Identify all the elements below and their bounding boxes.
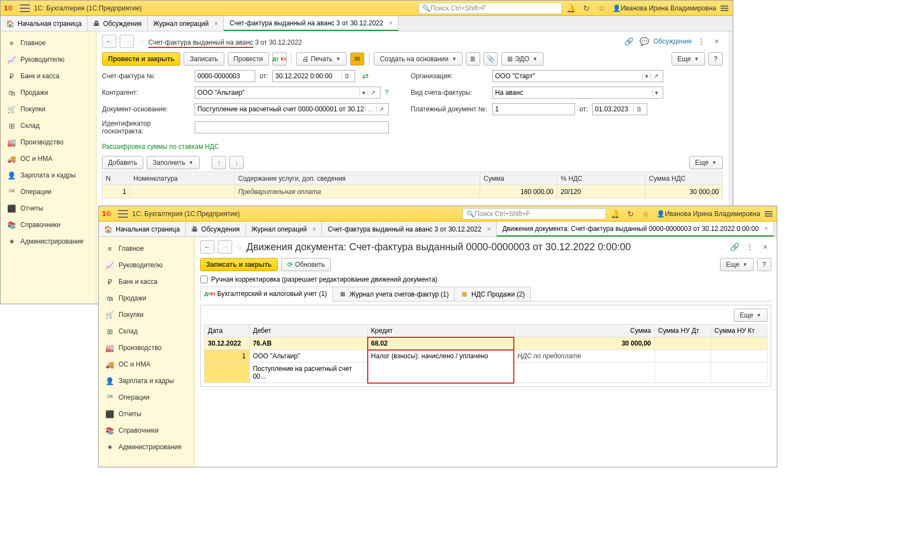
input-date[interactable]: 30.12.2022 0:00:00🗓 xyxy=(272,70,355,82)
input-org[interactable]: ООО "Старт"▾↗ xyxy=(492,70,663,82)
user-chip[interactable]: 👤 Иванова Ирина Владимировна xyxy=(613,4,716,12)
sidebar-item-9[interactable]: ᴰᴷОперации xyxy=(1,184,96,200)
dropdown-icon[interactable]: ▾ xyxy=(652,89,660,96)
search-input[interactable]: 🔍 Поиск Ctrl+Shift+F xyxy=(463,208,606,219)
tab-discuss[interactable]: 🖶 Обсуждения xyxy=(88,16,148,31)
ledger-row-header[interactable]: 30.12.2022 76.АВ 68.02 30 000,00 xyxy=(205,337,767,350)
col-rate[interactable]: % НДС xyxy=(557,172,646,185)
sidebar-item-6[interactable]: 🏭Производство xyxy=(99,340,194,356)
sidebar-item-2[interactable]: ₽Банк и касса xyxy=(1,68,96,84)
open-icon[interactable]: ↗ xyxy=(651,73,660,80)
more-button[interactable]: Еще▼ xyxy=(671,52,705,66)
open-icon[interactable]: ↗ xyxy=(368,89,378,96)
ledger-more-button[interactable]: Еще▼ xyxy=(734,309,767,322)
dropdown-icon[interactable]: ▾ xyxy=(642,73,651,80)
panel-toggle-icon[interactable] xyxy=(719,3,729,13)
input-paydate[interactable]: 01.03.2023🗓 xyxy=(592,103,647,115)
history-icon[interactable]: ↻ xyxy=(581,2,593,14)
link-icon[interactable]: 🔗 xyxy=(622,35,635,47)
tab-discuss[interactable]: 🖶 Обсуждения xyxy=(186,222,246,236)
sidebar-item-10[interactable]: ⬛Отчеты xyxy=(99,406,194,422)
write-and-close-button[interactable]: Записать и закрыть xyxy=(200,258,278,271)
nav-back-button[interactable]: ← xyxy=(102,35,116,48)
move-down-button[interactable]: ↓ xyxy=(229,156,244,169)
sidebar-item-0[interactable]: ≡Главное xyxy=(1,35,96,51)
chat-icon[interactable]: 💬 xyxy=(638,35,650,47)
close-page-icon[interactable]: × xyxy=(759,241,771,253)
input-paynum[interactable]: 1 xyxy=(492,103,575,115)
tab-doc[interactable]: Счет-фактура выданный на аванс 3 от 30.1… xyxy=(322,222,497,236)
add-row-button[interactable]: Добавить xyxy=(102,156,143,169)
bell-icon[interactable]: 🔔 xyxy=(609,208,621,220)
sidebar-item-3[interactable]: 🛍Продажи xyxy=(1,84,96,101)
ellipsis-icon[interactable]: … xyxy=(365,106,376,112)
sidebar-item-1[interactable]: 📈Руководителю xyxy=(99,257,194,273)
sidebar-item-8[interactable]: 👤Зарплата и кадры xyxy=(1,167,96,184)
input-id[interactable] xyxy=(195,121,389,133)
manual-checkbox[interactable]: Ручная корректировка (разрешает редактир… xyxy=(200,276,771,283)
more-button[interactable]: Еще▼ xyxy=(720,258,754,271)
col-vat[interactable]: Сумма НДС xyxy=(646,172,723,185)
col-desc[interactable]: Содержание услуги, доп. сведения xyxy=(235,172,480,185)
help-button[interactable]: ? xyxy=(757,258,771,271)
col-sum[interactable]: Сумма xyxy=(514,325,654,337)
dtkt-button[interactable]: ДтКт xyxy=(272,52,287,66)
manual-checkbox-input[interactable] xyxy=(200,276,208,283)
link-icon[interactable]: 🔗 xyxy=(728,241,740,253)
sidebar-item-7[interactable]: 🚚ОС и НМА xyxy=(99,356,194,373)
col-n[interactable]: N xyxy=(103,172,130,185)
sidebar-item-5[interactable]: ⊞Склад xyxy=(1,117,96,134)
create-from-button[interactable]: Создать на основании▼ xyxy=(374,52,463,66)
calendar-icon[interactable]: 🗓 xyxy=(633,106,644,112)
subtab-vat-sales[interactable]: ▦НДС Продажи (2) xyxy=(454,287,531,301)
sidebar-item-7[interactable]: 🚚ОС и НМА xyxy=(1,150,96,167)
sidebar-item-5[interactable]: ⊞Склад xyxy=(99,323,194,340)
ledger-row-detail[interactable]: 1 ООО "Альтаир" Налог (взносы): начислен… xyxy=(205,350,767,363)
help-hint-icon[interactable]: ? xyxy=(385,89,389,96)
sidebar-item-4[interactable]: 🛒Покупки xyxy=(1,101,96,117)
sidebar-item-11[interactable]: 📚Справочники xyxy=(99,422,194,439)
col-nudt[interactable]: Сумма НУ Дт xyxy=(654,325,711,337)
close-icon[interactable]: × xyxy=(764,225,768,233)
post-button[interactable]: Провести xyxy=(228,52,269,66)
star-icon[interactable]: ☆ xyxy=(640,208,652,220)
col-credit[interactable]: Кредит xyxy=(368,325,514,337)
input-base[interactable]: Поступление на расчетный счет 0000-00000… xyxy=(195,103,389,115)
resequence-icon[interactable]: ⇄ xyxy=(359,70,372,82)
kebab-icon[interactable]: ⋮ xyxy=(695,35,707,47)
close-page-icon[interactable]: × xyxy=(711,35,723,47)
sidebar-item-8[interactable]: 👤Зарплата и кадры xyxy=(99,373,194,389)
input-num[interactable]: 0000-0000003 xyxy=(195,70,255,82)
sidebar-item-12[interactable]: ✷Администрирование xyxy=(99,439,194,455)
print-button[interactable]: 🖨 Печать▼ xyxy=(296,52,347,66)
history-icon[interactable]: ↻ xyxy=(625,208,637,220)
sidebar-item-6[interactable]: 🏭Производство xyxy=(1,134,96,150)
attach-button[interactable]: 📎 xyxy=(484,52,498,66)
sidebar-item-3[interactable]: 🛍Продажи xyxy=(99,290,194,306)
fill-button[interactable]: Заполнить▼ xyxy=(147,156,200,169)
input-contr[interactable]: ООО "Альтаир"▾↗ xyxy=(195,87,380,99)
subtab-accounting[interactable]: ДтКтБухгалтерский и налоговый учет (1) xyxy=(200,287,333,301)
table-row[interactable]: 1 Предварительная оплата 180 000,00 20/1… xyxy=(103,185,723,198)
col-nom[interactable]: Номенклатура xyxy=(130,172,235,185)
col-debit[interactable]: Дебет xyxy=(249,325,367,337)
related-button[interactable]: 🗎 xyxy=(466,52,480,66)
table-more-button[interactable]: Еще▼ xyxy=(689,156,723,169)
mail-button[interactable]: ✉ xyxy=(350,52,364,66)
tab-journal[interactable]: Журнал операций× xyxy=(246,222,323,236)
col-date[interactable]: Дата xyxy=(205,325,250,337)
sidebar-item-11[interactable]: 📚Справочники xyxy=(1,217,96,233)
tab-moves[interactable]: Движения документа: Счет-фактура выданны… xyxy=(497,222,774,236)
favorite-star-icon[interactable]: ☆ xyxy=(235,242,243,252)
tab-doc[interactable]: Счет-фактура выданный на аванс 3 от 30.1… xyxy=(224,16,399,31)
search-input[interactable]: 🔍 Поиск Ctrl+Shift+F xyxy=(418,3,562,14)
sidebar-item-9[interactable]: ᴰᴷОперации xyxy=(99,389,194,406)
favorite-star-icon[interactable]: ☆ xyxy=(137,36,145,47)
sidebar-item-10[interactable]: ⬛Отчеты xyxy=(1,200,96,217)
tab-journal[interactable]: Журнал операций× xyxy=(148,16,224,31)
sidebar-item-2[interactable]: ₽Банк и касса xyxy=(99,273,194,290)
hamburger-icon[interactable] xyxy=(20,4,30,12)
sidebar-item-12[interactable]: ✷Администрирование xyxy=(1,233,96,250)
col-nukt[interactable]: Сумма НУ Кт xyxy=(711,325,767,337)
input-kind[interactable]: На аванс▾ xyxy=(492,87,663,99)
